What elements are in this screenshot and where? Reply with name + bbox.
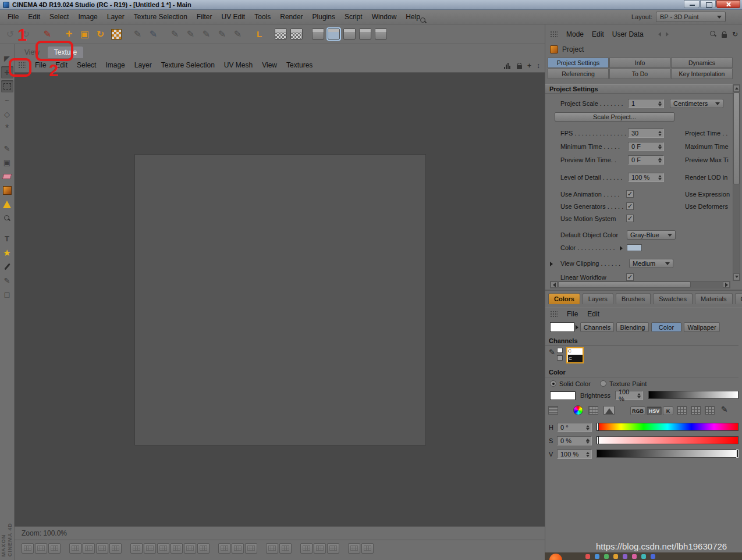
rectangle-select-tool-icon[interactable] (1, 80, 13, 92)
hue-slider[interactable] (597, 423, 739, 431)
scale-tool-icon[interactable]: ▣ (77, 26, 93, 42)
current-color-swatch[interactable] (550, 322, 574, 332)
texture-menu-texture-selection[interactable]: Texture Selection (157, 59, 219, 71)
menu-texture-selection[interactable]: Texture Selection (129, 11, 192, 23)
text-tool-icon[interactable]: T (1, 233, 13, 245)
tab-info[interactable]: Info (609, 58, 670, 68)
stepper-icon[interactable] (584, 452, 590, 457)
uv-command-icon[interactable] (184, 543, 196, 554)
texture-paint-radio[interactable] (600, 380, 606, 387)
menu-window[interactable]: Window (367, 11, 402, 23)
expand-arrow-icon[interactable] (550, 262, 553, 266)
stepper-icon[interactable] (636, 393, 641, 398)
hsv-button[interactable]: HSV (647, 406, 662, 415)
sliders-icon[interactable] (548, 406, 558, 415)
menu-plugins[interactable]: Plugins (308, 11, 340, 23)
texture-menu-textures[interactable]: Textures (282, 59, 317, 71)
uv-command-icon[interactable] (232, 543, 244, 554)
channel-swatch-bottom[interactable] (557, 355, 563, 361)
tab-materials[interactable]: Materials (695, 293, 733, 304)
use-animation-checkbox[interactable]: ✓ (626, 190, 634, 198)
raybrush-icon[interactable]: ✎ (130, 26, 145, 42)
preview-min-time-input[interactable]: 0 F (628, 155, 664, 165)
eraser-tool-icon[interactable] (1, 170, 13, 183)
solid-color-radio[interactable] (550, 380, 556, 387)
paint-setup-cube3-icon[interactable] (357, 26, 373, 42)
uv-command-icon[interactable] (109, 543, 122, 554)
projection-paint-icon[interactable]: ✎ (145, 26, 161, 42)
tab-project-settings[interactable]: Project Settings (548, 58, 609, 68)
linear-workflow-checkbox[interactable]: ✓ (626, 273, 634, 281)
star-shape-tool-icon[interactable]: ★ (1, 247, 13, 259)
expand-arrow-icon[interactable] (576, 325, 578, 330)
histogram-icon[interactable] (504, 63, 512, 69)
uv-cube-checker-icon[interactable] (273, 26, 289, 42)
live-selection-icon[interactable] (108, 26, 124, 42)
uv-command-icon[interactable] (48, 543, 61, 554)
uv-command-icon[interactable] (327, 543, 339, 554)
uv-command-icon[interactable] (35, 543, 47, 554)
color-wheel-icon[interactable] (573, 405, 583, 415)
panel-menu-icon[interactable] (550, 31, 558, 38)
minimum-time-input[interactable]: 0 F (628, 142, 664, 151)
uv-command-icon[interactable] (83, 543, 95, 554)
tab-objects[interactable]: Objects (735, 293, 742, 304)
channel-pencil-icon[interactable]: ✎ (549, 348, 555, 356)
uv-cube-checker2-icon[interactable] (289, 26, 304, 42)
stepper-icon[interactable] (656, 131, 662, 136)
colors-menu-file[interactable]: File (562, 308, 583, 320)
uv-command-icon[interactable] (266, 543, 278, 554)
clone-brush-icon[interactable]: ✎ (183, 26, 198, 42)
smear-brush-icon[interactable]: ✎ (198, 26, 214, 42)
paint-setup-cube2-icon[interactable] (342, 26, 357, 42)
v-scrollbar-thumb[interactable] (733, 92, 740, 184)
tab-swatches[interactable]: Swatches (653, 293, 693, 304)
search-icon[interactable] (420, 17, 427, 24)
tab-key-interpolation[interactable]: Key Interpolation (671, 69, 733, 79)
ruler-icon[interactable]: L (251, 26, 267, 42)
expand-arrow-icon[interactable] (620, 246, 623, 251)
menu-select[interactable]: Select (45, 11, 73, 23)
rgb-button[interactable]: RGB (630, 406, 645, 415)
menu-uv-edit[interactable]: UV Edit (217, 11, 250, 23)
texture-menu-image[interactable]: Image (101, 59, 129, 71)
uv-command-icon[interactable] (144, 543, 156, 554)
value-slider[interactable] (597, 450, 739, 458)
brightness-input[interactable]: 100 % (615, 391, 643, 400)
tab-brushes[interactable]: Brushes (616, 293, 651, 304)
uv-command-icon[interactable] (218, 543, 230, 554)
pan-icon[interactable]: + (527, 62, 531, 70)
texture-menu-view[interactable]: View (257, 59, 282, 71)
tab-referencing[interactable]: Referencing (548, 69, 609, 79)
saturation-input[interactable]: 0 % (557, 436, 592, 445)
move-tool-icon[interactable]: + (61, 26, 77, 42)
uv-command-icon[interactable] (314, 543, 326, 554)
stepper-icon[interactable] (584, 425, 590, 430)
brightness-slider[interactable] (648, 391, 739, 399)
menu-script[interactable]: Script (340, 11, 367, 23)
color-swatch[interactable] (627, 244, 642, 251)
scale-project-button[interactable]: Scale Project... (555, 112, 674, 122)
texture-menu-select[interactable]: Select (72, 59, 101, 71)
stepper-icon[interactable] (656, 175, 662, 180)
paint-setup-cube-icon[interactable] (310, 26, 326, 42)
channels-button[interactable]: Channels (580, 322, 614, 332)
wallpaper-button[interactable]: Wallpaper (684, 322, 720, 332)
search-icon[interactable] (710, 31, 716, 37)
magnify-tool-icon[interactable] (1, 212, 13, 224)
undo-icon[interactable]: ↺ (2, 26, 18, 42)
uv-command-icon[interactable] (157, 543, 169, 554)
uv-command-icon[interactable] (130, 543, 143, 554)
color-button[interactable]: Color (651, 322, 681, 332)
uv-command-icon[interactable] (361, 543, 374, 554)
lasso-select-tool-icon[interactable]: ~ (1, 94, 13, 106)
v-scrollbar[interactable] (733, 84, 740, 281)
uv-command-icon[interactable] (96, 543, 108, 554)
brush-preset-icon[interactable]: ✎ (167, 26, 183, 42)
minimize-button[interactable] (684, 0, 700, 8)
uv-command-icon[interactable] (69, 543, 81, 554)
menu-file[interactable]: File (3, 11, 23, 23)
project-scale-input[interactable]: 1 (628, 99, 664, 108)
uv-command-icon[interactable] (279, 543, 292, 554)
swatch-grid-icon[interactable] (705, 406, 715, 415)
